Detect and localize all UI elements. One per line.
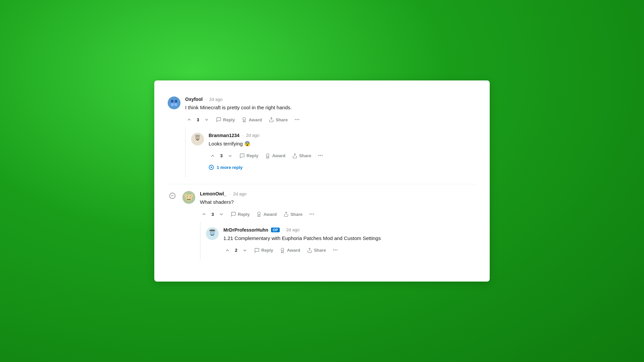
svg-point-30 [258, 212, 260, 215]
action-bar-branman: 3 Reply [209, 151, 476, 161]
reply-label-oxyfool: Reply [223, 117, 235, 122]
vote-count-branman: 3 [219, 153, 224, 158]
award-button-branman[interactable]: Award [262, 151, 288, 161]
svg-point-37 [214, 232, 214, 233]
divider-1 [168, 184, 476, 184]
share-button-lemonowl[interactable]: Share [281, 209, 305, 219]
comment-text-branman: Looks terrifying 😨 [209, 140, 476, 148]
timestamp-mrdr: 2d ago [286, 227, 300, 232]
svg-point-13 [199, 137, 199, 137]
vote-section-oxyfool: 3 [185, 116, 211, 124]
avatar-branman [191, 133, 204, 145]
reply-label-lemonowl: Reply [238, 212, 250, 217]
vote-count-oxyfool: 3 [195, 117, 201, 122]
svg-point-12 [196, 137, 197, 137]
comment-branman: Branman1234 · 2d ago Looks terrifying 😨 [191, 127, 476, 178]
comment-body-oxyfool: Oxyfool · 2d ago I think Minecraft is pr… [185, 97, 476, 177]
comment-lemonowl: LemonOwl_ · 2d ago What shaders? 3 [168, 186, 476, 266]
share-label-branman: Share [299, 153, 311, 158]
avatar-mrdr [206, 227, 219, 240]
op-badge-mrdr: OP [271, 228, 280, 232]
vote-section-lemonowl: 3 [200, 210, 225, 218]
comment-body-lemonowl: LemonOwl_ · 2d ago What shaders? 3 [200, 191, 476, 260]
comment-header-oxyfool: Oxyfool · 2d ago [185, 97, 476, 102]
comment-oxyfool: Oxyfool · 2d ago I think Minecraft is pr… [168, 91, 476, 183]
vote-count-mrdr: 2 [233, 248, 239, 253]
svg-point-36 [210, 232, 211, 233]
avatar-lemonowl [182, 191, 195, 204]
award-button-mrdr[interactable]: Award [277, 246, 303, 255]
vote-section-mrdr: 2 [223, 246, 249, 254]
award-button-oxyfool[interactable]: Award [239, 115, 265, 124]
comment-header-lemonowl: LemonOwl_ · 2d ago [200, 191, 476, 196]
action-bar-oxyfool: 3 Reply [185, 115, 476, 125]
downvote-lemonowl[interactable] [217, 210, 225, 218]
comment-body-mrdr: MrDrProfessorHuhn OP · 2d ago 1.21 Compl… [223, 227, 476, 255]
username-oxyfool: Oxyfool [185, 97, 203, 102]
svg-rect-14 [195, 135, 200, 137]
reply-button-lemonowl[interactable]: Reply [228, 209, 252, 219]
svg-point-5 [172, 100, 176, 103]
comment-header-mrdr: MrDrProfessorHuhn OP · 2d ago [223, 227, 476, 233]
share-button-mrdr[interactable]: Share [304, 246, 329, 255]
share-label-oxyfool: Share [276, 117, 288, 122]
comment-body-branman: Branman1234 · 2d ago Looks terrifying 😨 [209, 133, 476, 172]
award-label-branman: Award [272, 153, 285, 158]
vote-count-lemonowl: 3 [210, 212, 215, 217]
reply-button-oxyfool[interactable]: Reply [213, 115, 237, 124]
more-button-mrdr[interactable]: ··· [330, 245, 340, 255]
action-bar-lemonowl: 3 Reply [200, 209, 476, 219]
comment-mrdr: MrDrProfessorHuhn OP · 2d ago 1.21 Compl… [206, 222, 476, 261]
username-mrdr: MrDrProfessorHuhn [223, 227, 268, 233]
timestamp-oxyfool: 2d ago [209, 97, 223, 102]
share-label-lemonowl: Share [290, 212, 303, 217]
username-branman: Branman1234 [209, 133, 239, 138]
award-label-lemonowl: Award [263, 212, 277, 217]
svg-point-40 [281, 248, 284, 251]
timestamp-branman: 2d ago [246, 133, 259, 138]
timestamp-lemonowl: 2d ago [233, 191, 247, 196]
svg-rect-3 [171, 103, 174, 106]
svg-point-15 [266, 154, 269, 156]
username-lemonowl: LemonOwl_ [200, 191, 226, 196]
svg-point-6 [243, 117, 246, 120]
downvote-branman[interactable] [226, 152, 234, 160]
vote-section-branman: 3 [209, 152, 234, 160]
comment-text-mrdr: 1.21 Complementary with Euphoria Patches… [223, 235, 476, 242]
reply-button-mrdr[interactable]: Reply [252, 246, 276, 255]
downvote-mrdr[interactable] [241, 246, 249, 254]
collapse-button-lemonowl[interactable] [168, 191, 177, 200]
upvote-mrdr[interactable] [223, 246, 231, 254]
upvote-oxyfool[interactable] [185, 116, 193, 124]
comment-header-branman: Branman1234 · 2d ago [209, 133, 476, 138]
svg-point-27 [190, 196, 191, 197]
award-button-lemonowl[interactable]: Award [254, 209, 279, 219]
award-label-mrdr: Award [287, 248, 300, 253]
upvote-lemonowl[interactable] [200, 210, 208, 218]
reply-button-branman[interactable]: Reply [237, 151, 261, 161]
more-button-branman[interactable]: ··· [315, 151, 326, 161]
comment-text-oxyfool: I think Minecraft is pretty cool in the … [185, 104, 476, 112]
svg-point-26 [187, 196, 188, 197]
share-button-branman[interactable]: Share [289, 151, 314, 161]
share-label-mrdr: Share [314, 248, 326, 253]
more-button-lemonowl[interactable]: ··· [307, 209, 317, 219]
reply-label-branman: Reply [247, 153, 258, 158]
more-replies-label-branman: 1 more reply [217, 165, 243, 170]
comment-text-lemonowl: What shaders? [200, 198, 476, 206]
svg-rect-4 [174, 103, 177, 106]
comments-card: Oxyfool · 2d ago I think Minecraft is pr… [154, 80, 490, 282]
avatar-oxyfool [168, 97, 180, 109]
thread-indent-mrdr: MrDrProfessorHuhn OP · 2d ago 1.21 Compl… [200, 222, 476, 261]
more-replies-branman[interactable]: 1 more reply [209, 163, 243, 172]
upvote-branman[interactable] [209, 152, 217, 160]
downvote-oxyfool[interactable] [203, 116, 211, 124]
award-label-oxyfool: Award [249, 117, 262, 122]
thread-indent-branman: Branman1234 · 2d ago Looks terrifying 😨 [185, 127, 476, 178]
reply-label-mrdr: Reply [261, 248, 273, 253]
action-bar-mrdr: 2 Reply [223, 245, 476, 255]
more-button-oxyfool[interactable]: ··· [292, 115, 302, 125]
share-button-oxyfool[interactable]: Share [266, 115, 290, 124]
svg-rect-39 [209, 230, 215, 231]
